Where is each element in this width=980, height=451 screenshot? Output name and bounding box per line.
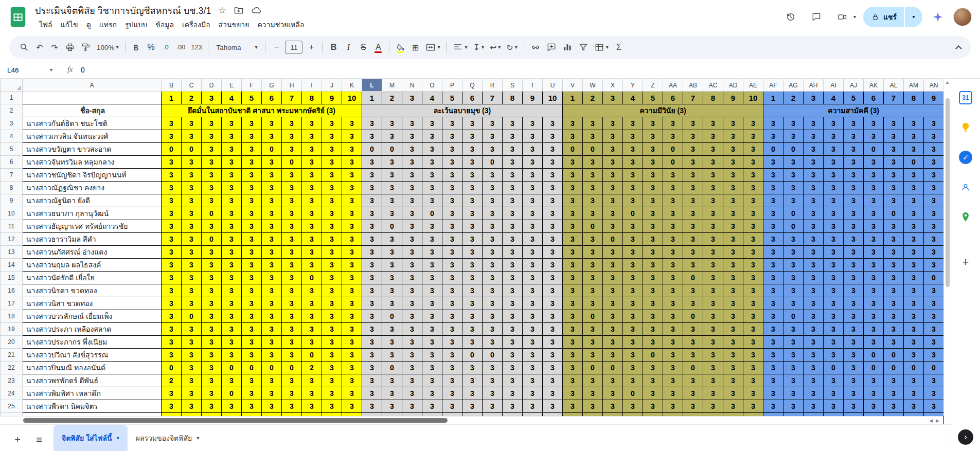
cell[interactable]: 3	[462, 387, 483, 400]
cell[interactable]: 3	[643, 310, 663, 323]
cell[interactable]: 3	[402, 272, 422, 284]
cell[interactable]: 3	[362, 233, 382, 246]
cell[interactable]: 3	[362, 387, 382, 400]
cell[interactable]: 3	[503, 117, 523, 130]
cell[interactable]: 3	[763, 297, 783, 310]
gemini-sparkle-icon[interactable]	[928, 7, 948, 27]
cell[interactable]: 3	[844, 194, 864, 207]
cell[interactable]: 3	[342, 220, 362, 233]
cell[interactable]: 3	[523, 156, 543, 169]
cell[interactable]: 3	[402, 374, 422, 387]
cell[interactable]: 3	[422, 323, 442, 336]
row-header[interactable]: 8	[1, 182, 23, 194]
share-button-main[interactable]: แชร์	[863, 7, 904, 27]
cell[interactable]: 3	[543, 362, 563, 374]
cell[interactable]: 3	[382, 387, 402, 400]
column-header-Z[interactable]: Z	[643, 79, 663, 92]
cell[interactable]: 3	[282, 349, 302, 362]
cell[interactable]: 3	[442, 182, 462, 194]
menu-item[interactable]: ดู	[82, 17, 95, 32]
cell[interactable]: 0	[683, 272, 703, 284]
cell[interactable]: 3	[904, 323, 924, 336]
cell[interactable]: 3	[382, 169, 402, 182]
cell[interactable]: 0	[583, 220, 603, 233]
cell[interactable]: 3	[402, 92, 422, 104]
cell[interactable]: 3	[342, 169, 362, 182]
row-header[interactable]: 13	[1, 246, 23, 259]
cell[interactable]: 3	[864, 220, 884, 233]
cell[interactable]: 3	[924, 259, 944, 272]
cell[interactable]: 3	[362, 207, 382, 220]
column-header-AC[interactable]: AC	[703, 79, 723, 92]
cell[interactable]: 3	[422, 362, 442, 374]
cell[interactable]: 3	[703, 349, 723, 362]
cell[interactable]: 0	[262, 143, 282, 156]
cell[interactable]: 3	[422, 130, 442, 143]
cell[interactable]: 3	[182, 207, 202, 220]
cell[interactable]: 3	[523, 246, 543, 259]
cell[interactable]: 3	[302, 169, 322, 182]
cell[interactable]: 3	[844, 336, 864, 349]
cell[interactable]: 3	[743, 387, 763, 400]
cell[interactable]: 3	[884, 117, 904, 130]
cell[interactable]: 3	[723, 259, 743, 272]
cell[interactable]: 3	[483, 194, 503, 207]
cell[interactable]: 0	[884, 362, 904, 374]
cell[interactable]: 10	[543, 92, 563, 104]
cell[interactable]: 0	[783, 143, 804, 156]
cell[interactable]: 3	[262, 349, 282, 362]
cell[interactable]: 3	[804, 233, 824, 246]
cell[interactable]: 3	[563, 117, 583, 130]
cell[interactable]: 3	[804, 284, 824, 297]
cell[interactable]: 3	[222, 194, 242, 207]
cell[interactable]: 3	[603, 130, 623, 143]
cell[interactable]: 3	[523, 362, 543, 374]
cell[interactable]: 3	[783, 233, 804, 246]
cell[interactable]: 3	[824, 272, 844, 284]
cell[interactable]: 3	[904, 259, 924, 272]
cell[interactable]: 3	[904, 130, 924, 143]
cell[interactable]: 3	[362, 169, 382, 182]
cell[interactable]: 3	[543, 387, 563, 400]
cell[interactable]: 0	[583, 310, 603, 323]
cell[interactable]: 3	[643, 323, 663, 336]
cell[interactable]: 3	[442, 387, 462, 400]
cell[interactable]: 3	[462, 336, 483, 349]
column-header-F[interactable]: F	[242, 79, 262, 92]
cell[interactable]: 3	[422, 284, 442, 297]
cell[interactable]: 3	[242, 233, 262, 246]
cell[interactable]: 8	[703, 92, 723, 104]
cell[interactable]: 3	[442, 233, 462, 246]
cell[interactable]: 3	[643, 194, 663, 207]
cell[interactable]: 3	[663, 362, 683, 374]
student-name-cell[interactable]: นางสาวปวีณา สังข์สุวรรณ	[23, 349, 162, 362]
cell[interactable]: 3	[402, 143, 422, 156]
cell[interactable]: 3	[563, 246, 583, 259]
cell[interactable]: 3	[302, 194, 322, 207]
cell[interactable]: 9	[723, 92, 743, 104]
cell[interactable]: 3	[322, 336, 342, 349]
cell[interactable]: 3	[743, 349, 763, 362]
cell[interactable]: 0	[864, 349, 884, 362]
cell[interactable]: 3	[543, 284, 563, 297]
column-header-I[interactable]: I	[302, 79, 322, 92]
cell[interactable]: 3	[763, 336, 783, 349]
criteria-section-header[interactable]: ความสามัคคี (3)	[763, 104, 944, 117]
cell[interactable]: 3	[824, 297, 844, 310]
cell[interactable]: 3	[603, 143, 623, 156]
cell[interactable]: 3	[442, 220, 462, 233]
share-button[interactable]: แชร์ ▾	[863, 7, 922, 27]
cell[interactable]: 3	[603, 284, 623, 297]
cell[interactable]: 3	[844, 362, 864, 374]
column-header-A[interactable]: A	[23, 79, 162, 92]
cell[interactable]: 3	[202, 246, 222, 259]
student-name-cell[interactable]: นางสาวจันทรวิมล หลุมกลาง	[23, 156, 162, 169]
cell[interactable]: 3	[503, 246, 523, 259]
cell[interactable]: 3	[563, 387, 583, 400]
cell[interactable]: 3	[683, 246, 703, 259]
cell[interactable]: 5	[242, 92, 262, 104]
cell[interactable]: 3	[442, 169, 462, 182]
cell[interactable]: 3	[743, 297, 763, 310]
cell[interactable]: 3	[222, 156, 242, 169]
cell[interactable]: 3	[543, 297, 563, 310]
